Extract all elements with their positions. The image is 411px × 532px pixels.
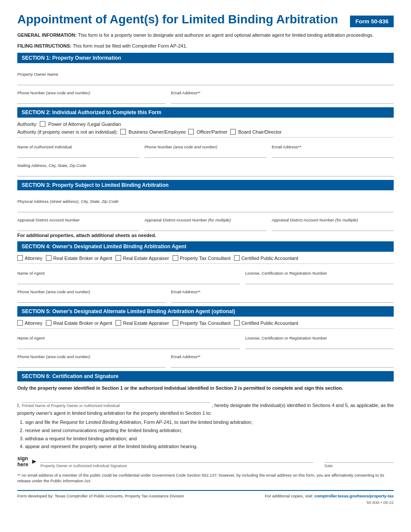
authority-label: Authority: xyxy=(17,122,37,127)
continuation-text: property owner's agent in limited bindin… xyxy=(17,410,394,416)
s4-phone-input[interactable] xyxy=(17,295,166,303)
poa-checkbox[interactable] xyxy=(40,121,45,127)
s5-realestate-checkbox[interactable] xyxy=(46,320,51,326)
s3-additional-note: For additional properties, attach additi… xyxy=(17,233,394,238)
s1-email-label: Email Address** xyxy=(171,90,394,95)
s2-name-label: Name of Authorized Individual xyxy=(17,144,139,149)
date-label: Date xyxy=(324,464,394,468)
s5-license-input[interactable] xyxy=(245,341,394,349)
cert-note: Only the property owner identified in Se… xyxy=(17,385,394,391)
s4-agent-name-input[interactable] xyxy=(17,276,240,284)
s5-cpa-checkbox[interactable] xyxy=(234,320,240,326)
s5-appraiser-checkbox[interactable] xyxy=(116,320,121,326)
biz-owner-checkbox[interactable] xyxy=(120,129,126,135)
sig-label: Property Owner or Authorized Individual … xyxy=(40,464,313,468)
s2-phone-label: Phone Number (area code and number) xyxy=(144,144,267,149)
s5-cpa-label: Certified Public Accountant xyxy=(241,320,298,326)
s5-propertytax-label: Property Tax Consultant xyxy=(180,320,231,326)
s5-realestate-label: Real Estate Broker or Agent xyxy=(53,320,112,326)
section4-header: SECTION 4: Owner's Designated Limited Bi… xyxy=(17,241,394,252)
officer-checkbox[interactable] xyxy=(188,129,194,135)
section1-header: SECTION 1: Property Owner Information xyxy=(17,53,394,63)
s2-mailing-label: Mailing Address, City, State, Zip Code xyxy=(17,163,394,168)
board-label: Board Chair/Director xyxy=(238,129,282,135)
s4-attorney-label: Attorney xyxy=(25,256,42,261)
owner-name-input[interactable] xyxy=(17,77,394,85)
s1-phone-label: Phone Number (area code and number) xyxy=(17,90,166,95)
s4-license-input[interactable] xyxy=(245,276,394,284)
printed-name-label: Printed Name of Property Owner or Author… xyxy=(22,404,210,408)
s5-email-input[interactable] xyxy=(171,360,394,368)
general-info-text: This form is for a property owner to des… xyxy=(78,32,374,38)
s3-physical-input[interactable] xyxy=(17,205,394,212)
s2-email-label: Email Address** xyxy=(272,144,394,149)
s5-phone-input[interactable] xyxy=(17,360,166,368)
footer-link[interactable]: comptroller.texas.gov/taxes/property-tax xyxy=(315,494,394,498)
s2-name-input[interactable] xyxy=(17,150,139,158)
authority-if-label: Authority (if property owner is not an i… xyxy=(17,129,118,135)
general-info-label: GENERAL INFORMATION: xyxy=(17,32,77,38)
s5-license-label: License, Certification or Registration N… xyxy=(245,336,394,340)
s3-acct3-input[interactable] xyxy=(272,223,394,231)
biz-owner-label: Business Owner/Employee xyxy=(128,129,186,135)
board-checkbox[interactable] xyxy=(230,129,236,135)
poa-label: Power of Attorney /Legal Guardian xyxy=(48,122,121,127)
sign-intro-start: I, xyxy=(17,403,20,408)
s5-attorney-checkbox[interactable] xyxy=(17,320,23,326)
s4-cpa-checkbox[interactable] xyxy=(234,255,240,261)
sign-intro-end: , hereby designate the individual(s) ide… xyxy=(212,403,394,408)
s4-appraiser-label: Real Estate Appraiser xyxy=(123,256,169,261)
s5-phone-label: Phone Number (area code and number) xyxy=(17,354,166,359)
s1-email-input[interactable] xyxy=(171,96,394,104)
date-input[interactable] xyxy=(324,455,394,463)
s1-phone-input[interactable] xyxy=(17,96,166,104)
footer-left: Form developed by: Texas Comptroller of … xyxy=(17,494,184,498)
s4-realestate-checkbox[interactable] xyxy=(46,255,51,261)
page-title: Appointment of Agent(s) for Limited Bind… xyxy=(17,13,350,26)
s5-appraiser-label: Real Estate Appraiser xyxy=(123,320,169,326)
s4-propertytax-label: Property Tax Consultant xyxy=(180,256,231,261)
footnote: ** An email address of a member of the p… xyxy=(17,472,394,484)
sign-here-arrow: ► xyxy=(31,458,38,465)
form-number-footer: 50-836 • 06-22 xyxy=(17,500,394,505)
s2-phone-input[interactable] xyxy=(144,150,267,158)
section6-header: SECTION 6: Certification and Signature xyxy=(17,371,394,381)
s4-propertytax-checkbox[interactable] xyxy=(173,255,178,261)
cert-list: sign and file the Request for Limited Bi… xyxy=(25,418,394,451)
sign-here-text: signhere xyxy=(17,455,28,468)
s5-agent-name-label: Name of Agent xyxy=(17,336,240,340)
officer-label: Officer/Partner xyxy=(196,129,227,135)
s5-attorney-label: Attorney xyxy=(25,320,42,326)
printed-name-input[interactable] xyxy=(22,395,210,403)
s4-email-label: Email Address** xyxy=(171,289,394,294)
s4-realestate-label: Real Estate Broker or Agent xyxy=(53,256,112,261)
s5-email-label: Email Address** xyxy=(171,354,394,359)
s4-agent-name-label: Name of Agent xyxy=(17,271,240,276)
s2-mailing-input[interactable] xyxy=(17,169,394,176)
s3-acct1-label: Appraisal District Account Number xyxy=(17,218,139,222)
s4-email-input[interactable] xyxy=(171,295,394,303)
s3-acct3-label: Appraisal District Account Number (for m… xyxy=(272,218,394,222)
s5-propertytax-checkbox[interactable] xyxy=(173,320,178,326)
section3-header: SECTION 3: Property Subject to Limited B… xyxy=(17,180,394,190)
s3-acct1-input[interactable] xyxy=(17,223,139,231)
s5-agent-name-input[interactable] xyxy=(17,341,240,349)
footer: Form developed by: Texas Comptroller of … xyxy=(17,490,394,498)
filing-text: This form must be filed with Comptroller… xyxy=(73,43,187,48)
section5-header: SECTION 5: Owner's Designated Alternate … xyxy=(17,306,394,317)
owner-name-label: Property Owner Name xyxy=(17,72,394,77)
section2-header: SECTION 2: Individual Authorized to Comp… xyxy=(17,107,394,118)
s4-appraiser-checkbox[interactable] xyxy=(116,255,121,261)
s4-cpa-label: Certified Public Accountant xyxy=(241,256,298,261)
s4-phone-label: Phone Number (area code and number) xyxy=(17,289,166,294)
s3-physical-label: Physical Address (street address), City,… xyxy=(17,199,394,204)
s3-acct2-input[interactable] xyxy=(144,223,267,231)
signature-input[interactable] xyxy=(40,455,313,463)
s2-email-input[interactable] xyxy=(272,150,394,158)
filing-label: FILING INSTRUCTIONS: xyxy=(17,43,71,48)
s4-license-label: License, Certification or Registration N… xyxy=(245,271,394,276)
form-badge: Form 50-836 xyxy=(350,16,394,27)
s4-attorney-checkbox[interactable] xyxy=(17,255,23,261)
s3-acct2-label: Appraisal District Account Number (for m… xyxy=(144,218,267,222)
footer-right: For additional copies, visit: comptrolle… xyxy=(265,494,394,498)
